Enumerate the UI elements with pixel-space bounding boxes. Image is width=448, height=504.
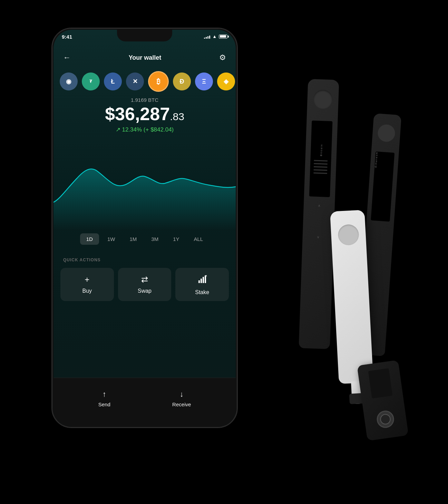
- buy-label: Buy: [82, 288, 92, 294]
- receive-button[interactable]: ↓ Receive: [172, 390, 191, 407]
- time-btn-all[interactable]: ALL: [188, 233, 210, 245]
- hw-bitcoin-label: Bitcoin: [320, 144, 322, 156]
- balance-section: 1.9169 BTC $36,287.83 ↗ 12.34% (+ $842.0…: [53, 97, 236, 133]
- page-title: Your wallet: [71, 54, 219, 61]
- swap-label: Swap: [138, 288, 152, 294]
- battery-icon: [219, 35, 227, 39]
- coin-item-eth[interactable]: Ξ: [195, 72, 213, 90]
- swap-icon: ⇄: [141, 275, 148, 284]
- bottom-actions-bar: ↑ Send ↓ Receive: [53, 378, 236, 426]
- coin-selector-row: ◉ ₮ Ł ✕ ₿ Ð Ξ ◈ A: [53, 69, 236, 94]
- stake-icon: [198, 275, 207, 286]
- price-chart: [53, 140, 236, 230]
- quick-actions-label: QUICK ACTIONS: [63, 258, 101, 262]
- hw2-screen: Ethereum: [371, 152, 395, 222]
- wifi-icon: ▲: [212, 34, 217, 39]
- svg-rect-0: [198, 280, 200, 283]
- time-btn-1m[interactable]: 1M: [123, 233, 143, 245]
- send-button[interactable]: ↑ Send: [98, 390, 110, 407]
- scene: 9:41 ▲ ← Your wallet: [34, 10, 414, 494]
- send-label: Send: [98, 401, 110, 407]
- time-btn-3m[interactable]: 3M: [145, 233, 165, 245]
- chart-fill: [53, 169, 236, 230]
- time-btn-1w[interactable]: 1W: [101, 233, 121, 245]
- chart-area: [53, 140, 236, 230]
- hw-menu-item: [313, 169, 327, 171]
- phone-volume-up: [51, 90, 52, 111]
- app-header: ← Your wallet ⚙: [53, 49, 236, 67]
- signal-bar-2: [206, 37, 207, 39]
- buy-button[interactable]: + Buy: [60, 268, 114, 301]
- swap-button[interactable]: ⇄ Swap: [118, 268, 172, 301]
- time-btn-1y[interactable]: 1Y: [167, 233, 185, 245]
- receive-label: Receive: [172, 401, 191, 407]
- back-button[interactable]: ←: [63, 53, 71, 62]
- balance-btc-amount: 1.9169 BTC: [60, 97, 229, 103]
- hw-small-button: [376, 409, 395, 429]
- hw-menu-item: [314, 163, 328, 164]
- hw-menu-item: [313, 172, 327, 174]
- phone-power: [237, 104, 238, 149]
- receive-icon: ↓: [180, 390, 184, 399]
- coin-item-ltc[interactable]: Ł: [104, 72, 122, 90]
- signal-bar-3: [207, 36, 208, 39]
- balance-change: ↗ 12.34% (+ $842.04): [60, 126, 229, 133]
- hw-menu-item: [314, 160, 328, 161]
- hw-screen-1: Bitcoin: [309, 120, 333, 197]
- coin-item-usdt[interactable]: ₮: [82, 72, 100, 90]
- stake-label: Stake: [195, 289, 209, 295]
- hardware-wallet-small: [357, 360, 408, 441]
- signal-bar-1: [204, 38, 205, 39]
- stake-button[interactable]: Stake: [175, 268, 229, 301]
- hw-menu-items: [313, 160, 328, 174]
- phone-frame: 9:41 ▲ ← Your wallet: [51, 28, 238, 428]
- balance-cents: .83: [170, 111, 184, 122]
- battery-fill: [220, 35, 226, 38]
- coin-item-btc[interactable]: ₿: [148, 71, 169, 92]
- svg-rect-3: [205, 275, 206, 283]
- hw-menu-item: [314, 166, 328, 167]
- quick-actions-row: + Buy ⇄ Swap: [60, 268, 229, 301]
- settings-icon[interactable]: ⚙: [219, 53, 226, 62]
- hw2-button: [377, 124, 396, 142]
- balance-usd-amount: $36,287.83: [60, 104, 229, 124]
- time-btn-1d[interactable]: 1D: [80, 233, 99, 245]
- balance-main: $36,287: [105, 104, 170, 124]
- send-icon: ↑: [103, 390, 106, 399]
- svg-rect-1: [201, 279, 202, 283]
- phone-volume-down: [51, 118, 52, 153]
- coin-item-doge[interactable]: Ð: [173, 72, 191, 90]
- hw-nav: ∧ ∨: [317, 204, 321, 239]
- buy-icon: +: [85, 275, 89, 284]
- phone-notch: [117, 30, 172, 41]
- phone-screen: 9:41 ▲ ← Your wallet: [53, 30, 236, 426]
- hw-small-button-inner: [380, 414, 391, 425]
- coin-item-xrp[interactable]: ✕: [126, 72, 144, 90]
- coin-item-other[interactable]: ◉: [60, 72, 78, 90]
- signal-icon: [204, 35, 210, 39]
- coin-item-bnb[interactable]: ◈: [217, 72, 235, 90]
- signal-bar-4: [209, 36, 210, 39]
- time-period-selector: 1D 1W 1M 3M 1Y ALL: [53, 233, 236, 245]
- status-icons: ▲: [204, 34, 227, 39]
- hw-small-screen: [368, 368, 393, 399]
- svg-rect-2: [203, 277, 204, 283]
- hw2-label: Ethereum: [374, 152, 378, 171]
